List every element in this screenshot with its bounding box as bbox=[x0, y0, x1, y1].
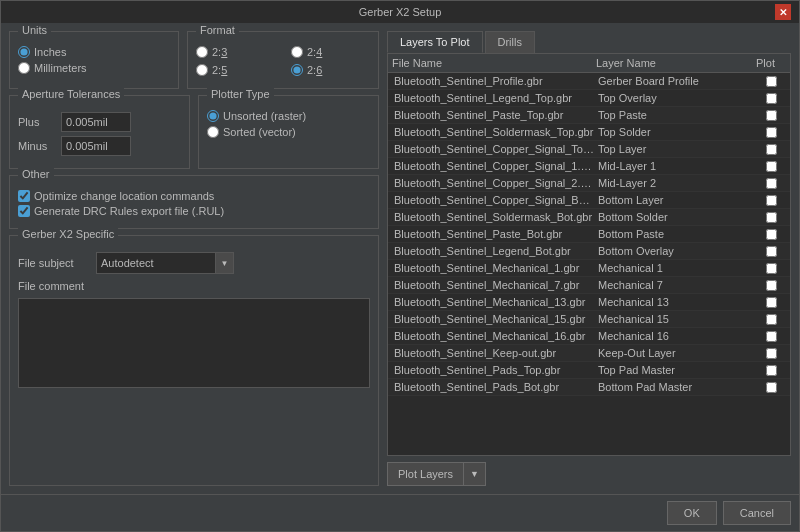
cell-filename: Bluetooth_Sentinel_Profile.gbr bbox=[392, 74, 596, 88]
format-label: Format bbox=[196, 24, 239, 36]
window-title: Gerber X2 Setup bbox=[25, 6, 775, 18]
cell-filename: Bluetooth_Sentinel_Legend_Top.gbr bbox=[392, 91, 596, 105]
cell-filename: Bluetooth_Sentinel_Mechanical_7.gbr bbox=[392, 278, 596, 292]
cancel-button[interactable]: Cancel bbox=[723, 501, 791, 525]
cell-plot bbox=[756, 312, 786, 326]
plot-checkbox-8[interactable] bbox=[766, 212, 777, 223]
plot-checkbox-2[interactable] bbox=[766, 110, 777, 121]
cell-filename: Bluetooth_Sentinel_Paste_Top.gbr bbox=[392, 108, 596, 122]
optimize-check-row: Optimize change location commands bbox=[18, 190, 370, 202]
cell-filename: Bluetooth_Sentinel_Mechanical_15.gbr bbox=[392, 312, 596, 326]
plot-checkbox-10[interactable] bbox=[766, 246, 777, 257]
left-panel: Units Inches Millimeters Forma bbox=[9, 31, 379, 486]
plot-checkbox-4[interactable] bbox=[766, 144, 777, 155]
cell-plot bbox=[756, 295, 786, 309]
plot-layers-drop-btn[interactable]: ▼ bbox=[464, 462, 486, 486]
table-header: File Name Layer Name Plot bbox=[388, 54, 790, 73]
tab-drills[interactable]: Drills bbox=[485, 31, 535, 53]
dialog-bottom-bar: OK Cancel bbox=[1, 494, 799, 531]
file-comment-textarea[interactable] bbox=[18, 298, 370, 388]
plot-checkbox-5[interactable] bbox=[766, 161, 777, 172]
cell-layer: Mechanical 7 bbox=[596, 278, 756, 292]
cell-filename: Bluetooth_Sentinel_Mechanical_16.gbr bbox=[392, 329, 596, 343]
format-25-row: 2:5 bbox=[196, 64, 275, 76]
table-row: Bluetooth_Sentinel_Profile.gbr Gerber Bo… bbox=[388, 73, 790, 90]
units-inches-label: Inches bbox=[34, 46, 66, 58]
plot-checkbox-12[interactable] bbox=[766, 280, 777, 291]
plot-checkbox-7[interactable] bbox=[766, 195, 777, 206]
aperture-plus-input[interactable] bbox=[61, 112, 131, 132]
format-24-radio[interactable] bbox=[291, 46, 303, 58]
cell-filename: Bluetooth_Sentinel_Copper_Signal_1.gbr bbox=[392, 159, 596, 173]
aperture-minus-label: Minus bbox=[18, 140, 53, 152]
format-23-row: 2:3 bbox=[196, 46, 275, 58]
plotter-sorted-row: Sorted (vector) bbox=[207, 126, 370, 138]
units-label: Units bbox=[18, 24, 51, 36]
cell-layer: Gerber Board Profile bbox=[596, 74, 756, 88]
cell-plot bbox=[756, 176, 786, 190]
aperture-minus-input[interactable] bbox=[61, 136, 131, 156]
cell-layer: Mechanical 1 bbox=[596, 261, 756, 275]
plotter-sorted-radio[interactable] bbox=[207, 126, 219, 138]
file-subject-arrow[interactable]: ▼ bbox=[216, 252, 234, 274]
middle-row: Aperture Tolerances Plus Minus bbox=[9, 95, 379, 169]
plot-checkbox-1[interactable] bbox=[766, 93, 777, 104]
aperture-group: Aperture Tolerances Plus Minus bbox=[9, 95, 190, 169]
cell-plot bbox=[756, 380, 786, 394]
format-23-radio[interactable] bbox=[196, 46, 208, 58]
ok-button[interactable]: OK bbox=[667, 501, 717, 525]
tab-layers-to-plot[interactable]: Layers To Plot bbox=[387, 31, 483, 53]
aperture-minus-row: Minus bbox=[18, 136, 181, 156]
table-row: Bluetooth_Sentinel_Copper_Signal_Bot.gbr… bbox=[388, 192, 790, 209]
file-comment-label: File comment bbox=[18, 280, 88, 292]
cell-layer: Bottom Layer bbox=[596, 193, 756, 207]
table-row: Bluetooth_Sentinel_Soldermask_Top.gbr To… bbox=[388, 124, 790, 141]
table-row: Bluetooth_Sentinel_Mechanical_15.gbr Mec… bbox=[388, 311, 790, 328]
file-subject-select[interactable]: Autodetect Copper Mask Paste Silk Drill … bbox=[96, 252, 216, 274]
gerber-specific-group: Gerber X2 Specific File subject Autodete… bbox=[9, 235, 379, 486]
plot-checkbox-3[interactable] bbox=[766, 127, 777, 138]
plot-checkbox-11[interactable] bbox=[766, 263, 777, 274]
cell-filename: Bluetooth_Sentinel_Pads_Bot.gbr bbox=[392, 380, 596, 394]
cell-filename: Bluetooth_Sentinel_Pads_Top.gbr bbox=[392, 363, 596, 377]
title-bar: Gerber X2 Setup ✕ bbox=[1, 1, 799, 23]
units-inches-radio[interactable] bbox=[18, 46, 30, 58]
cell-layer: Bottom Overlay bbox=[596, 244, 756, 258]
format-25-radio[interactable] bbox=[196, 64, 208, 76]
cell-filename: Bluetooth_Sentinel_Legend_Bot.gbr bbox=[392, 244, 596, 258]
plot-checkbox-18[interactable] bbox=[766, 382, 777, 393]
cell-layer: Bottom Pad Master bbox=[596, 380, 756, 394]
cell-plot bbox=[756, 193, 786, 207]
format-26-label: 2:6 bbox=[307, 64, 322, 76]
cell-layer: Top Paste bbox=[596, 108, 756, 122]
file-subject-label: File subject bbox=[18, 257, 88, 269]
optimize-label: Optimize change location commands bbox=[34, 190, 214, 202]
cell-plot bbox=[756, 125, 786, 139]
cell-layer: Top Solder bbox=[596, 125, 756, 139]
optimize-checkbox[interactable] bbox=[18, 190, 30, 202]
cell-layer: Top Layer bbox=[596, 142, 756, 156]
cell-layer: Mechanical 15 bbox=[596, 312, 756, 326]
plot-checkbox-16[interactable] bbox=[766, 348, 777, 359]
plot-checkbox-13[interactable] bbox=[766, 297, 777, 308]
cell-filename: Bluetooth_Sentinel_Copper_Signal_2.gbr bbox=[392, 176, 596, 190]
table-row: Bluetooth_Sentinel_Pads_Bot.gbr Bottom P… bbox=[388, 379, 790, 396]
file-table: Bluetooth_Sentinel_Profile.gbr Gerber Bo… bbox=[388, 73, 790, 455]
plot-checkbox-0[interactable] bbox=[766, 76, 777, 87]
table-row: Bluetooth_Sentinel_Copper_Signal_1.gbr M… bbox=[388, 158, 790, 175]
plot-checkbox-14[interactable] bbox=[766, 314, 777, 325]
close-button[interactable]: ✕ bbox=[775, 4, 791, 20]
plot-checkbox-6[interactable] bbox=[766, 178, 777, 189]
units-mm-radio[interactable] bbox=[18, 62, 30, 74]
main-window: Gerber X2 Setup ✕ Units Inches bbox=[0, 0, 800, 532]
plotter-group: Plotter Type Unsorted (raster) Sorted (v… bbox=[198, 95, 379, 169]
plot-layers-bar: Plot Layers ▼ bbox=[387, 456, 791, 486]
cell-plot bbox=[756, 278, 786, 292]
plotter-unsorted-radio[interactable] bbox=[207, 110, 219, 122]
plot-checkbox-17[interactable] bbox=[766, 365, 777, 376]
drc-checkbox[interactable] bbox=[18, 205, 30, 217]
plot-layers-main-btn[interactable]: Plot Layers bbox=[387, 462, 464, 486]
format-26-radio[interactable] bbox=[291, 64, 303, 76]
plot-checkbox-9[interactable] bbox=[766, 229, 777, 240]
plot-checkbox-15[interactable] bbox=[766, 331, 777, 342]
